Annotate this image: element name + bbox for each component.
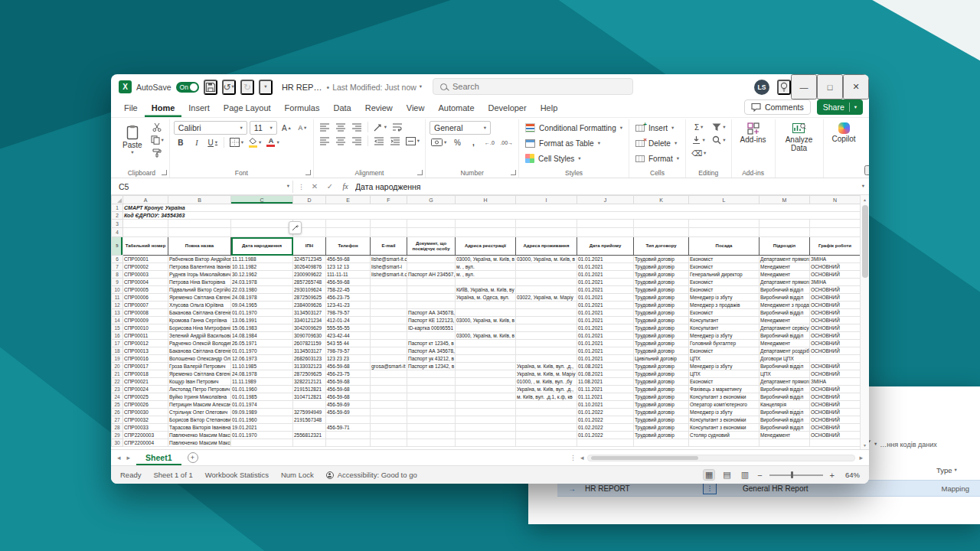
wrap-text-button[interactable]	[390, 121, 404, 133]
cell[interactable]: Консультант з економіки	[689, 393, 760, 401]
cell[interactable]	[577, 439, 634, 447]
cell[interactable]: Консультант з економіки	[689, 424, 760, 432]
number-format-select[interactable]: General ▾	[430, 121, 491, 135]
merge-dropdown-icon[interactable]: ▾	[417, 139, 420, 144]
table-row[interactable]: 7 СПР00002 Петрова Валентина Іванівна 10…	[112, 263, 861, 271]
table-header-cell[interactable]: Дата народження	[231, 237, 293, 256]
cell[interactable]: 01.10.2021	[577, 401, 634, 409]
cell[interactable]	[810, 355, 861, 363]
cell[interactable]: 10.11.1982	[231, 263, 293, 271]
table-header-row[interactable]: 5 Табельний номерПовна назваДата народже…	[112, 237, 861, 256]
cell[interactable]: СПР00016	[123, 355, 168, 363]
cell[interactable]: Трудовий договір	[634, 363, 689, 370]
cell[interactable]: 01.01.2021	[577, 279, 634, 286]
cell[interactable]: 2872509625	[293, 294, 326, 302]
cell[interactable]	[516, 317, 577, 324]
clear-dropdown-icon[interactable]: ▾	[704, 151, 706, 156]
zoom-in-button[interactable]: +	[830, 471, 835, 480]
font-family-select[interactable]: Calibri ▾	[174, 121, 247, 135]
fill-dropdown-icon[interactable]: ▾	[702, 138, 704, 143]
cell[interactable]: СПР00012	[123, 340, 168, 347]
cell[interactable]: ОСНОВНИЙ	[810, 409, 861, 416]
cell[interactable]	[371, 286, 407, 294]
page-break-view-button[interactable]: ▥	[740, 470, 750, 480]
accessibility-status[interactable]: Accessibility: Good to go	[326, 471, 417, 479]
cell[interactable]: Трудовий договір	[634, 324, 689, 332]
cell[interactable]: Рабченков Віктор Андрійович	[168, 256, 231, 263]
cell[interactable]: Департамент прямого про	[760, 279, 810, 286]
sheet-tab-active[interactable]: Sheet1	[136, 450, 181, 465]
cell[interactable]: 01.08.2021	[577, 370, 634, 378]
cell[interactable]	[407, 302, 456, 309]
cell[interactable]: Паспорт кт 12345, в	[407, 340, 456, 347]
formula-input[interactable]: Дата народження	[355, 182, 858, 191]
cell[interactable]	[456, 432, 516, 439]
font-dialog-launcher[interactable]	[305, 170, 311, 175]
cell[interactable]	[168, 228, 231, 237]
cell[interactable]: 11.11.1989	[231, 378, 293, 386]
cell[interactable]: Консультант з економіки	[689, 416, 760, 424]
vertical-scrollbar-thumb[interactable]	[862, 205, 868, 278]
cell[interactable]: СПР00002	[123, 263, 168, 271]
column-header[interactable]: A	[123, 196, 168, 204]
cell[interactable]: Паспорт ук 43212, в	[407, 355, 456, 363]
column-header[interactable]: D	[293, 196, 326, 204]
cell[interactable]: 2384009626	[293, 302, 326, 309]
cell[interactable]	[456, 401, 516, 409]
cell[interactable]: Менеджмент	[760, 317, 810, 324]
cell[interactable]	[407, 378, 456, 386]
cell[interactable]: Трудовий договір	[634, 401, 689, 409]
save-button[interactable]	[204, 80, 217, 95]
cell[interactable]: СПР00021	[123, 378, 168, 386]
cell[interactable]: 2857265748	[293, 279, 326, 286]
cell[interactable]: ОСНОВНИЙ	[810, 317, 861, 324]
column-header[interactable]: B	[168, 196, 231, 204]
cell[interactable]: Радченко Олексій Володимиров	[168, 340, 231, 347]
delete-cells-dropdown-icon[interactable]: ▾	[675, 141, 677, 146]
number-format-dropdown-icon[interactable]: ▾	[484, 126, 486, 131]
cell[interactable]: ОСНОВНИЙ	[810, 370, 861, 378]
borders-dropdown-icon[interactable]: ▾	[241, 140, 243, 145]
cell[interactable]	[407, 370, 456, 378]
cell[interactable]	[456, 363, 516, 370]
redo-button[interactable]: ↻	[240, 80, 254, 95]
cell[interactable]	[689, 439, 760, 447]
cell[interactable]: 01.01.1960	[231, 416, 293, 424]
select-all-corner[interactable]	[112, 196, 123, 204]
cell[interactable]: 798-79-57	[326, 309, 371, 317]
cell[interactable]: 01.01.2021	[577, 340, 634, 347]
cell[interactable]: Борисова Ніна Митрофанівна	[168, 324, 231, 332]
cell[interactable]	[456, 220, 516, 228]
cell[interactable]	[516, 347, 577, 355]
cell[interactable]: Паспорт АА 345678,	[407, 309, 456, 317]
cell[interactable]	[371, 279, 407, 286]
ribbon-tab[interactable]: Data	[326, 99, 358, 117]
company-name-cell[interactable]: СМАРТ Кронус Україна	[123, 204, 861, 212]
cell[interactable]	[456, 409, 516, 416]
cell[interactable]	[516, 286, 577, 294]
cell[interactable]	[371, 393, 407, 401]
cell[interactable]	[407, 416, 456, 424]
row-number[interactable]: 1	[112, 204, 123, 212]
cell[interactable]: ОСНОВНИЙ	[810, 263, 861, 271]
table-row[interactable]: 14 СПР00009 Кромова Ганна Сергіївна 13.0…	[112, 317, 861, 324]
cell[interactable]: Менеджмент з продажів	[760, 302, 810, 309]
table-row[interactable]: 24 СПР00025 Вуйко Ігриня Миколаївна 01.0…	[112, 393, 861, 401]
cell[interactable]: СПР00006	[123, 294, 168, 302]
cell[interactable]: 09.04.1965	[231, 302, 293, 309]
insert-function-button[interactable]: fx	[340, 182, 351, 191]
cell[interactable]: 2607821159	[293, 340, 326, 347]
name-box[interactable]: C5 ▾	[116, 181, 293, 193]
cell[interactable]: Менеджмент	[760, 263, 810, 271]
row-number[interactable]: 28	[112, 424, 123, 432]
cell[interactable]	[456, 378, 516, 386]
cell[interactable]	[456, 393, 516, 401]
cell[interactable]: Трудовий договір	[634, 271, 689, 279]
share-button[interactable]: Share ▾	[817, 99, 863, 115]
cell[interactable]: Департамент роздрібних	[760, 347, 810, 355]
cell[interactable]	[456, 279, 516, 286]
cell[interactable]: ЗМІНА	[810, 378, 861, 386]
cell[interactable]: Трудовий договір	[634, 294, 689, 302]
conditional-formatting-dropdown-icon[interactable]: ▾	[620, 126, 622, 131]
cell[interactable]: ОСНОВНИЙ	[810, 309, 861, 317]
